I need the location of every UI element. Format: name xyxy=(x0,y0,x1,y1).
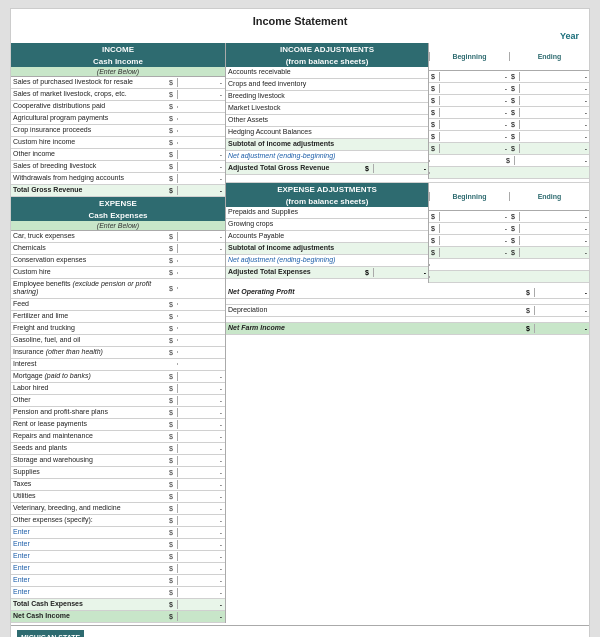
table-row: $ - $ - xyxy=(429,95,589,107)
table-row: $ - $ - xyxy=(429,223,589,235)
table-row: Seeds and plants $ - xyxy=(11,443,225,455)
income-adj-sub: (from balance sheets) xyxy=(226,56,428,67)
ending-label: Ending xyxy=(509,52,589,61)
left-column: INCOME Cash Income (Enter Below) Sales o… xyxy=(11,43,226,623)
beginning-label: Beginning xyxy=(429,52,509,61)
table-row: Insurance (other than health) $ xyxy=(11,347,225,359)
table-row: Pension and profit-share plans $ - xyxy=(11,407,225,419)
expense-adjustments: EXPENSE ADJUSTMENTS (from balance sheets… xyxy=(226,183,589,283)
income-enter-below: (Enter Below) xyxy=(11,67,225,77)
adj-total-exp-right xyxy=(429,271,589,283)
cash-income-header: Cash Income xyxy=(11,56,225,67)
table-row: Hedging Account Balances xyxy=(226,127,428,139)
expense-enter-below: (Enter Below) xyxy=(11,221,225,231)
table-row: $ - $ - xyxy=(429,211,589,223)
table-row: Repairs and maintenance $ - xyxy=(11,431,225,443)
income-adj-header: INCOME ADJUSTMENTS xyxy=(226,43,428,56)
msu-block: MICHIGAN STATE UNIVERSITY xyxy=(17,630,84,637)
table-row: Chemicals $ - xyxy=(11,243,225,255)
adj-total-gross-row: Adjusted Total Gross Revenue $ - xyxy=(226,163,428,175)
table-row: Conservation expenses $ xyxy=(11,255,225,267)
table-row: Sales of breeding livestock $ - xyxy=(11,161,225,173)
table-row: Withdrawals from hedging accounts $ - xyxy=(11,173,225,185)
table-row: Enter $ - xyxy=(11,563,225,575)
beg-label-2: Beginning xyxy=(429,192,509,201)
expense-section-header: EXPENSE xyxy=(11,197,225,210)
expense-adj-right: Beginning Ending $ - $ - $ - $ - xyxy=(429,183,589,283)
table-row: $ - $ - xyxy=(429,119,589,131)
expense-adj-sub: (from balance sheets) xyxy=(226,196,428,207)
depreciation-row: Depreciation $ - xyxy=(226,305,589,317)
table-row: Storage and warehousing $ - xyxy=(11,455,225,467)
table-row: Crops and feed inventory xyxy=(226,79,428,91)
table-row: Gasoline, fuel, and oil $ xyxy=(11,335,225,347)
year-label: Year xyxy=(11,31,589,43)
net-adj-right-row: $ - xyxy=(429,155,589,167)
table-row: Growing crops xyxy=(226,219,428,231)
income-adj-left: INCOME ADJUSTMENTS (from balance sheets)… xyxy=(226,43,429,179)
table-row: Other Assets xyxy=(226,115,428,127)
table-row: Custom hire $ xyxy=(11,267,225,279)
table-row: Custom hire income $ xyxy=(11,137,225,149)
table-row: Labor hired $ - xyxy=(11,383,225,395)
expense-adj-left: EXPENSE ADJUSTMENTS (from balance sheets… xyxy=(226,183,429,283)
table-row: Rent or lease payments $ - xyxy=(11,419,225,431)
table-row: Enter $ - xyxy=(11,587,225,599)
table-row: Interest xyxy=(11,359,225,371)
table-row: $ - $ - xyxy=(429,83,589,95)
table-row: $ - $ - xyxy=(429,235,589,247)
table-row: Crop insurance proceeds $ xyxy=(11,125,225,137)
end-label-2: Ending xyxy=(509,192,589,201)
table-row: Accounts Payable xyxy=(226,231,428,243)
table-row: Feed $ xyxy=(11,299,225,311)
table-row: Employee benefits (exclude pension or pr… xyxy=(11,279,225,299)
net-exp-right xyxy=(429,259,589,271)
table-row: $ - $ - xyxy=(429,71,589,83)
table-row: Prepaids and Supplies xyxy=(226,207,428,219)
table-row: $ - $ - xyxy=(429,107,589,119)
total-cash-expenses-row: Total Cash Expenses $ - xyxy=(11,599,225,611)
table-row: Mortgage (paid to banks) $ - xyxy=(11,371,225,383)
adj-total-right-row xyxy=(429,167,589,179)
expense-adj-header: EXPENSE ADJUSTMENTS xyxy=(226,183,428,196)
subtotal-right-row: $ - $ - xyxy=(429,143,589,155)
net-cash-income-row: Net Cash Income $ - xyxy=(11,611,225,623)
subtotal-exp-right: $ - $ - xyxy=(429,247,589,259)
income-adj-right: Beginning Ending $ - $ - $ - $ - xyxy=(429,43,589,179)
table-row: Supplies $ - xyxy=(11,467,225,479)
net-farm-income-row: Net Farm Income $ - xyxy=(226,323,589,335)
table-row: Utilities $ - xyxy=(11,491,225,503)
subtotal-expense-adj-row: Subtotal of income adjustments xyxy=(226,243,428,255)
subtotal-income-adj-row: Subtotal of income adjustments xyxy=(226,139,428,151)
table-row: Sales of purchased livestock for resale … xyxy=(11,77,225,89)
table-row: Enter $ - xyxy=(11,527,225,539)
table-row: Fertilizer and lime $ xyxy=(11,311,225,323)
cash-expense-header: Cash Expenses xyxy=(11,210,225,221)
bottom-area: MICHIGAN STATE UNIVERSITY Extension Mat … xyxy=(11,625,589,637)
table-row: Freight and trucking $ xyxy=(11,323,225,335)
income-section-header: INCOME xyxy=(11,43,225,56)
net-expense-adj-row: Net adjustment (ending-beginning) xyxy=(226,255,428,267)
table-row: Taxes $ - xyxy=(11,479,225,491)
table-row: Other expenses (specify): $ - xyxy=(11,515,225,527)
total-gross-revenue-row: Total Gross Revenue $ - xyxy=(11,185,225,197)
msu-logo: MICHIGAN STATE UNIVERSITY Extension xyxy=(17,630,132,637)
net-operating-row: Net Operating Profit $ - xyxy=(226,287,589,299)
table-row: $ - $ - xyxy=(429,131,589,143)
table-row: Enter $ - xyxy=(11,551,225,563)
table-row: Enter $ - xyxy=(11,539,225,551)
table-row: Cooperative distributions paid $ xyxy=(11,101,225,113)
table-row: Other $ - xyxy=(11,395,225,407)
page-title: Income Statement xyxy=(11,9,589,31)
table-row: Accounts receivable xyxy=(226,67,428,79)
table-row: Sales of market livestock, crops, etc. $… xyxy=(11,89,225,101)
adj-total-expenses-row: Adjusted Total Expenses $ - xyxy=(226,267,428,279)
table-row: Market Livestock xyxy=(226,103,428,115)
right-column: INCOME ADJUSTMENTS (from balance sheets)… xyxy=(226,43,589,623)
table-row: Breeding livestock xyxy=(226,91,428,103)
table-row: Other income $ - xyxy=(11,149,225,161)
table-row: Veterinary, breeding, and medicine $ - xyxy=(11,503,225,515)
net-adj-row: Net adjustment (ending-beginning) xyxy=(226,151,428,163)
table-row: Agricultural program payments $ xyxy=(11,113,225,125)
table-row: Enter $ - xyxy=(11,575,225,587)
